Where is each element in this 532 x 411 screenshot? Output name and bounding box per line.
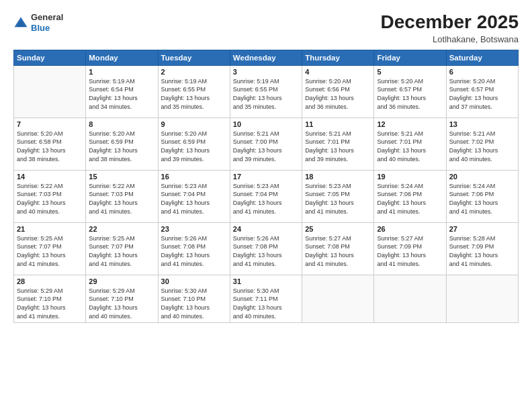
day-info: Sunrise: 5:24 AM Sunset: 7:06 PM Dayligh… — [377, 182, 443, 216]
day-number: 20 — [449, 173, 515, 181]
calendar-cell: 2Sunrise: 5:19 AM Sunset: 6:55 PM Daylig… — [158, 65, 230, 118]
week-row-3: 21Sunrise: 5:25 AM Sunset: 7:07 PM Dayli… — [14, 222, 519, 275]
day-number: 4 — [305, 68, 371, 76]
day-info: Sunrise: 5:23 AM Sunset: 7:04 PM Dayligh… — [161, 182, 227, 216]
day-number: 23 — [161, 225, 227, 233]
day-info: Sunrise: 5:19 AM Sunset: 6:55 PM Dayligh… — [161, 77, 227, 111]
calendar-cell: 12Sunrise: 5:21 AM Sunset: 7:01 PM Dayli… — [374, 118, 446, 170]
calendar-cell: 8Sunrise: 5:20 AM Sunset: 6:59 PM Daylig… — [86, 118, 158, 170]
day-info: Sunrise: 5:26 AM Sunset: 7:08 PM Dayligh… — [233, 234, 299, 268]
day-info: Sunrise: 5:23 AM Sunset: 7:05 PM Dayligh… — [305, 182, 371, 216]
week-row-4: 28Sunrise: 5:29 AM Sunset: 7:10 PM Dayli… — [14, 275, 519, 322]
day-info: Sunrise: 5:20 AM Sunset: 6:59 PM Dayligh… — [161, 130, 227, 163]
week-row-1: 7Sunrise: 5:20 AM Sunset: 6:58 PM Daylig… — [14, 118, 519, 170]
day-number: 29 — [89, 277, 154, 285]
day-number: 27 — [449, 225, 515, 233]
col-saturday: Saturday — [446, 50, 518, 65]
calendar-cell: 22Sunrise: 5:25 AM Sunset: 7:07 PM Dayli… — [86, 222, 158, 275]
day-info: Sunrise: 5:23 AM Sunset: 7:04 PM Dayligh… — [233, 182, 299, 216]
day-number: 26 — [377, 225, 443, 233]
calendar-cell — [374, 275, 446, 322]
day-number: 1 — [89, 68, 154, 76]
calendar-cell: 15Sunrise: 5:22 AM Sunset: 7:03 PM Dayli… — [86, 170, 158, 222]
day-info: Sunrise: 5:20 AM Sunset: 6:57 PM Dayligh… — [449, 77, 515, 111]
calendar-cell: 29Sunrise: 5:29 AM Sunset: 7:10 PM Dayli… — [86, 275, 158, 322]
logo-blue: Blue — [31, 23, 63, 34]
day-number: 11 — [305, 120, 371, 128]
day-info: Sunrise: 5:30 AM Sunset: 7:11 PM Dayligh… — [233, 287, 299, 320]
day-number: 24 — [233, 225, 299, 233]
day-number: 16 — [161, 173, 227, 181]
calendar-cell: 6Sunrise: 5:20 AM Sunset: 6:57 PM Daylig… — [446, 65, 518, 118]
calendar-cell: 3Sunrise: 5:19 AM Sunset: 6:55 PM Daylig… — [230, 65, 302, 118]
calendar-cell: 30Sunrise: 5:30 AM Sunset: 7:10 PM Dayli… — [158, 275, 230, 322]
day-number: 18 — [305, 173, 371, 181]
page: General Blue December 2025 Lotlhakane, B… — [0, 0, 532, 411]
day-number: 22 — [89, 225, 154, 233]
day-number: 21 — [17, 225, 83, 233]
day-info: Sunrise: 5:20 AM Sunset: 6:56 PM Dayligh… — [305, 77, 371, 111]
day-info: Sunrise: 5:30 AM Sunset: 7:10 PM Dayligh… — [161, 287, 227, 320]
day-info: Sunrise: 5:21 AM Sunset: 7:00 PM Dayligh… — [233, 130, 299, 163]
day-info: Sunrise: 5:26 AM Sunset: 7:08 PM Dayligh… — [161, 234, 227, 268]
location: Lotlhakane, Botswana — [381, 34, 519, 44]
calendar: Sunday Monday Tuesday Wednesday Thursday… — [13, 50, 519, 323]
day-number: 31 — [233, 277, 299, 285]
month-title: December 2025 — [381, 12, 519, 33]
calendar-cell: 11Sunrise: 5:21 AM Sunset: 7:01 PM Dayli… — [302, 118, 374, 170]
day-number: 13 — [449, 120, 515, 128]
calendar-cell — [446, 275, 518, 322]
logo-text: General Blue — [31, 12, 63, 33]
day-info: Sunrise: 5:22 AM Sunset: 7:03 PM Dayligh… — [89, 182, 154, 216]
calendar-cell: 19Sunrise: 5:24 AM Sunset: 7:06 PM Dayli… — [374, 170, 446, 222]
day-number: 6 — [449, 68, 515, 76]
header-row: Sunday Monday Tuesday Wednesday Thursday… — [14, 50, 519, 65]
day-info: Sunrise: 5:29 AM Sunset: 7:10 PM Dayligh… — [17, 287, 83, 320]
calendar-cell: 21Sunrise: 5:25 AM Sunset: 7:07 PM Dayli… — [14, 222, 86, 275]
day-number: 15 — [89, 173, 154, 181]
day-number: 5 — [377, 68, 443, 76]
title-block: December 2025 Lotlhakane, Botswana — [381, 12, 519, 44]
day-number: 3 — [233, 68, 299, 76]
day-info: Sunrise: 5:19 AM Sunset: 6:54 PM Dayligh… — [89, 77, 154, 111]
col-sunday: Sunday — [14, 50, 86, 65]
calendar-cell: 17Sunrise: 5:23 AM Sunset: 7:04 PM Dayli… — [230, 170, 302, 222]
col-monday: Monday — [86, 50, 158, 65]
day-number: 19 — [377, 173, 443, 181]
calendar-cell: 26Sunrise: 5:27 AM Sunset: 7:09 PM Dayli… — [374, 222, 446, 275]
col-thursday: Thursday — [302, 50, 374, 65]
calendar-cell: 27Sunrise: 5:28 AM Sunset: 7:09 PM Dayli… — [446, 222, 518, 275]
day-number: 9 — [161, 120, 227, 128]
day-info: Sunrise: 5:28 AM Sunset: 7:09 PM Dayligh… — [449, 234, 515, 268]
calendar-cell: 18Sunrise: 5:23 AM Sunset: 7:05 PM Dayli… — [302, 170, 374, 222]
col-tuesday: Tuesday — [158, 50, 230, 65]
day-info: Sunrise: 5:24 AM Sunset: 7:06 PM Dayligh… — [449, 182, 515, 216]
calendar-cell: 13Sunrise: 5:21 AM Sunset: 7:02 PM Dayli… — [446, 118, 518, 170]
calendar-cell: 7Sunrise: 5:20 AM Sunset: 6:58 PM Daylig… — [14, 118, 86, 170]
col-wednesday: Wednesday — [230, 50, 302, 65]
day-info: Sunrise: 5:20 AM Sunset: 6:57 PM Dayligh… — [377, 77, 443, 111]
week-row-2: 14Sunrise: 5:22 AM Sunset: 7:03 PM Dayli… — [14, 170, 519, 222]
calendar-cell: 24Sunrise: 5:26 AM Sunset: 7:08 PM Dayli… — [230, 222, 302, 275]
day-info: Sunrise: 5:27 AM Sunset: 7:08 PM Dayligh… — [305, 234, 371, 268]
day-number: 28 — [17, 277, 83, 285]
logo-icon — [13, 16, 28, 31]
day-info: Sunrise: 5:25 AM Sunset: 7:07 PM Dayligh… — [17, 234, 83, 268]
day-info: Sunrise: 5:20 AM Sunset: 6:59 PM Dayligh… — [89, 130, 154, 163]
day-number: 10 — [233, 120, 299, 128]
calendar-cell: 20Sunrise: 5:24 AM Sunset: 7:06 PM Dayli… — [446, 170, 518, 222]
logo: General Blue — [13, 12, 63, 33]
day-number: 7 — [17, 120, 83, 128]
calendar-cell: 4Sunrise: 5:20 AM Sunset: 6:56 PM Daylig… — [302, 65, 374, 118]
day-number: 14 — [17, 173, 83, 181]
week-row-0: 1Sunrise: 5:19 AM Sunset: 6:54 PM Daylig… — [14, 65, 519, 118]
calendar-cell: 1Sunrise: 5:19 AM Sunset: 6:54 PM Daylig… — [86, 65, 158, 118]
calendar-cell: 5Sunrise: 5:20 AM Sunset: 6:57 PM Daylig… — [374, 65, 446, 118]
calendar-cell: 28Sunrise: 5:29 AM Sunset: 7:10 PM Dayli… — [14, 275, 86, 322]
day-number: 2 — [161, 68, 227, 76]
day-info: Sunrise: 5:21 AM Sunset: 7:01 PM Dayligh… — [305, 130, 371, 163]
day-info: Sunrise: 5:21 AM Sunset: 7:02 PM Dayligh… — [449, 130, 515, 163]
calendar-cell: 23Sunrise: 5:26 AM Sunset: 7:08 PM Dayli… — [158, 222, 230, 275]
day-number: 25 — [305, 225, 371, 233]
day-info: Sunrise: 5:20 AM Sunset: 6:58 PM Dayligh… — [17, 130, 83, 163]
